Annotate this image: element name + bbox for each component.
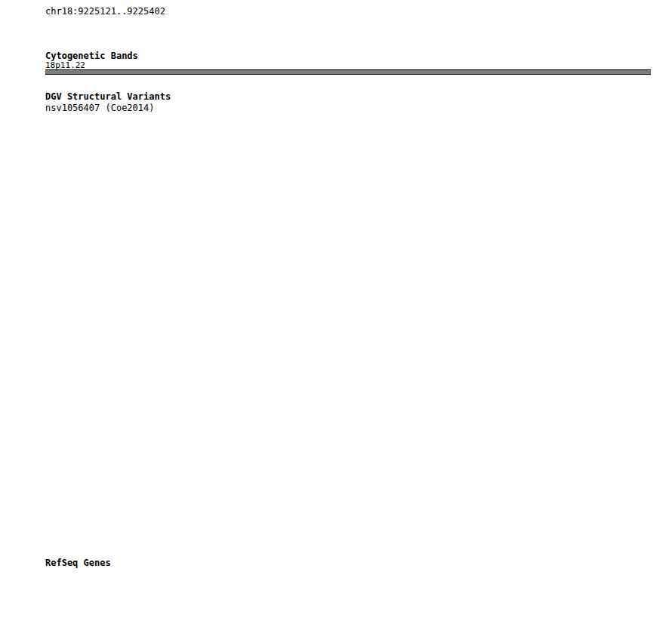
variant-row: nsv1056407 (Coe2014) [0, 102, 672, 118]
region-label: chr18:9225121..9225402 [45, 6, 165, 17]
track-title-dgv-structural-variants: DGV Structural Variants [45, 91, 171, 102]
genome-browser-view: chr18:9225121..9225402 Cytogenetic Bands… [0, 0, 672, 624]
dgv-variant-list: nsv1056407 (Coe2014) [0, 102, 672, 118]
track-title-refseq-genes: RefSeq Genes [45, 558, 111, 568]
track-title-cytogenetic-bands: Cytogenetic Bands [45, 51, 138, 61]
variant-label[interactable]: nsv1056407 (Coe2014) [45, 103, 155, 113]
cytoband-bar[interactable] [45, 69, 651, 75]
